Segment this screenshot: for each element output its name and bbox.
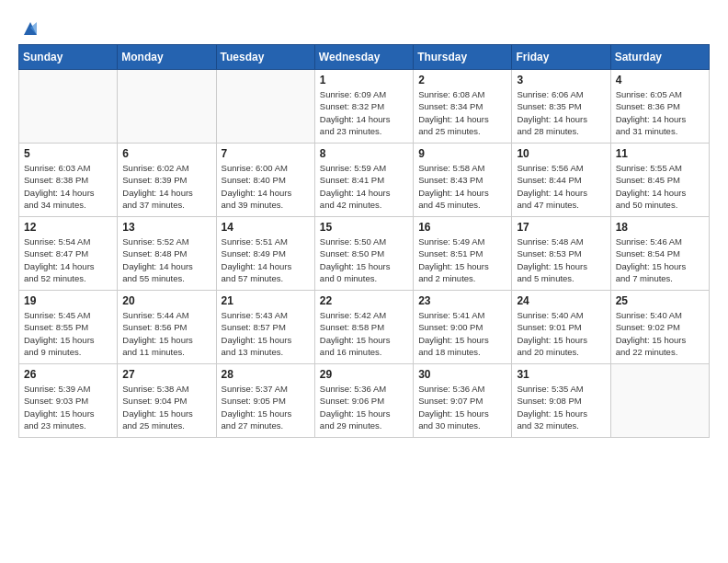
calendar-week-row: 1Sunrise: 6:09 AM Sunset: 8:32 PM Daylig… <box>19 70 710 144</box>
day-of-week-header: Wednesday <box>314 45 413 70</box>
calendar-day-cell: 29Sunrise: 5:36 AM Sunset: 9:06 PM Dayli… <box>314 364 413 438</box>
day-number: 1 <box>320 74 408 86</box>
logo <box>18 18 40 35</box>
day-number: 8 <box>320 147 408 160</box>
day-number: 18 <box>616 221 704 234</box>
calendar-day-cell: 11Sunrise: 5:55 AM Sunset: 8:45 PM Dayli… <box>610 144 709 217</box>
calendar-day-cell: 10Sunrise: 5:56 AM Sunset: 8:44 PM Dayli… <box>512 144 610 217</box>
calendar-day-cell: 7Sunrise: 6:00 AM Sunset: 8:40 PM Daylig… <box>216 144 314 217</box>
day-number: 27 <box>122 368 210 381</box>
calendar-day-cell: 23Sunrise: 5:41 AM Sunset: 9:00 PM Dayli… <box>414 291 512 364</box>
day-number: 22 <box>320 294 408 307</box>
calendar-day-cell <box>118 70 216 144</box>
day-number: 11 <box>616 147 704 160</box>
day-number: 26 <box>24 368 112 381</box>
day-number: 4 <box>616 74 704 86</box>
day-info: Sunrise: 5:41 AM Sunset: 9:00 PM Dayligh… <box>418 309 506 358</box>
day-info: Sunrise: 5:36 AM Sunset: 9:07 PM Dayligh… <box>418 383 506 431</box>
day-number: 21 <box>222 294 310 307</box>
day-number: 2 <box>418 74 506 86</box>
day-number: 23 <box>418 294 506 307</box>
day-number: 20 <box>122 294 210 307</box>
calendar-day-cell: 5Sunrise: 6:03 AM Sunset: 8:38 PM Daylig… <box>19 144 118 217</box>
calendar-day-cell: 2Sunrise: 6:08 AM Sunset: 8:34 PM Daylig… <box>414 70 512 144</box>
day-info: Sunrise: 5:55 AM Sunset: 8:45 PM Dayligh… <box>616 162 704 211</box>
calendar-day-cell: 24Sunrise: 5:40 AM Sunset: 9:01 PM Dayli… <box>512 291 610 364</box>
day-of-week-header: Sunday <box>19 45 118 70</box>
day-number: 17 <box>517 221 605 234</box>
day-info: Sunrise: 6:00 AM Sunset: 8:40 PM Dayligh… <box>222 162 310 211</box>
logo-icon <box>20 18 40 39</box>
day-number: 30 <box>418 368 506 381</box>
day-info: Sunrise: 5:50 AM Sunset: 8:50 PM Dayligh… <box>320 236 408 284</box>
calendar-day-cell: 26Sunrise: 5:39 AM Sunset: 9:03 PM Dayli… <box>19 364 118 438</box>
day-info: Sunrise: 5:46 AM Sunset: 8:54 PM Dayligh… <box>616 236 704 284</box>
calendar-day-cell: 9Sunrise: 5:58 AM Sunset: 8:43 PM Daylig… <box>414 144 512 217</box>
day-of-week-header: Friday <box>512 45 610 70</box>
calendar-week-row: 12Sunrise: 5:54 AM Sunset: 8:47 PM Dayli… <box>19 217 710 291</box>
calendar-table: SundayMondayTuesdayWednesdayThursdayFrid… <box>18 44 710 438</box>
day-info: Sunrise: 6:08 AM Sunset: 8:34 PM Dayligh… <box>418 88 506 137</box>
calendar-day-cell: 8Sunrise: 5:59 AM Sunset: 8:41 PM Daylig… <box>314 144 413 217</box>
calendar-week-row: 5Sunrise: 6:03 AM Sunset: 8:38 PM Daylig… <box>19 144 710 217</box>
calendar-day-cell: 16Sunrise: 5:49 AM Sunset: 8:51 PM Dayli… <box>414 217 512 291</box>
calendar-day-cell: 30Sunrise: 5:36 AM Sunset: 9:07 PM Dayli… <box>414 364 512 438</box>
day-of-week-header: Saturday <box>610 45 709 70</box>
day-number: 15 <box>320 221 408 234</box>
days-header-row: SundayMondayTuesdayWednesdayThursdayFrid… <box>19 45 710 70</box>
day-info: Sunrise: 5:54 AM Sunset: 8:47 PM Dayligh… <box>24 236 112 284</box>
day-info: Sunrise: 5:40 AM Sunset: 9:01 PM Dayligh… <box>517 309 605 358</box>
day-of-week-header: Monday <box>118 45 216 70</box>
day-number: 3 <box>517 74 605 86</box>
calendar-day-cell: 13Sunrise: 5:52 AM Sunset: 8:48 PM Dayli… <box>118 217 216 291</box>
day-number: 7 <box>222 147 310 160</box>
day-number: 25 <box>616 294 704 307</box>
day-info: Sunrise: 5:35 AM Sunset: 9:08 PM Dayligh… <box>517 383 605 431</box>
day-number: 12 <box>24 221 112 234</box>
day-info: Sunrise: 5:39 AM Sunset: 9:03 PM Dayligh… <box>24 383 112 431</box>
day-info: Sunrise: 5:38 AM Sunset: 9:04 PM Dayligh… <box>122 383 210 431</box>
calendar-day-cell: 20Sunrise: 5:44 AM Sunset: 8:56 PM Dayli… <box>118 291 216 364</box>
day-number: 14 <box>222 221 310 234</box>
day-of-week-header: Thursday <box>414 45 512 70</box>
day-info: Sunrise: 5:56 AM Sunset: 8:44 PM Dayligh… <box>517 162 605 211</box>
day-number: 19 <box>24 294 112 307</box>
day-info: Sunrise: 5:36 AM Sunset: 9:06 PM Dayligh… <box>320 383 408 431</box>
day-info: Sunrise: 5:42 AM Sunset: 8:58 PM Dayligh… <box>320 309 408 358</box>
calendar-day-cell <box>216 70 314 144</box>
day-info: Sunrise: 6:06 AM Sunset: 8:35 PM Dayligh… <box>517 88 605 137</box>
day-number: 31 <box>517 368 605 381</box>
day-info: Sunrise: 6:05 AM Sunset: 8:36 PM Dayligh… <box>616 88 704 137</box>
day-info: Sunrise: 5:52 AM Sunset: 8:48 PM Dayligh… <box>122 236 210 284</box>
day-info: Sunrise: 6:09 AM Sunset: 8:32 PM Dayligh… <box>320 88 408 137</box>
day-info: Sunrise: 5:37 AM Sunset: 9:05 PM Dayligh… <box>222 383 310 431</box>
day-number: 10 <box>517 147 605 160</box>
calendar-day-cell: 19Sunrise: 5:45 AM Sunset: 8:55 PM Dayli… <box>19 291 118 364</box>
calendar-day-cell: 31Sunrise: 5:35 AM Sunset: 9:08 PM Dayli… <box>512 364 610 438</box>
day-info: Sunrise: 5:51 AM Sunset: 8:49 PM Dayligh… <box>222 236 310 284</box>
calendar-day-cell: 14Sunrise: 5:51 AM Sunset: 8:49 PM Dayli… <box>216 217 314 291</box>
calendar-day-cell <box>610 364 709 438</box>
day-number: 16 <box>418 221 506 234</box>
calendar-week-row: 26Sunrise: 5:39 AM Sunset: 9:03 PM Dayli… <box>19 364 710 438</box>
calendar-day-cell: 18Sunrise: 5:46 AM Sunset: 8:54 PM Dayli… <box>610 217 709 291</box>
calendar-day-cell: 28Sunrise: 5:37 AM Sunset: 9:05 PM Dayli… <box>216 364 314 438</box>
day-info: Sunrise: 5:58 AM Sunset: 8:43 PM Dayligh… <box>418 162 506 211</box>
day-number: 13 <box>122 221 210 234</box>
day-number: 6 <box>122 147 210 160</box>
calendar-day-cell: 27Sunrise: 5:38 AM Sunset: 9:04 PM Dayli… <box>118 364 216 438</box>
calendar-day-cell: 12Sunrise: 5:54 AM Sunset: 8:47 PM Dayli… <box>19 217 118 291</box>
day-number: 9 <box>418 147 506 160</box>
day-number: 28 <box>222 368 310 381</box>
calendar-day-cell: 21Sunrise: 5:43 AM Sunset: 8:57 PM Dayli… <box>216 291 314 364</box>
day-info: Sunrise: 5:49 AM Sunset: 8:51 PM Dayligh… <box>418 236 506 284</box>
calendar-week-row: 19Sunrise: 5:45 AM Sunset: 8:55 PM Dayli… <box>19 291 710 364</box>
day-info: Sunrise: 5:40 AM Sunset: 9:02 PM Dayligh… <box>616 309 704 358</box>
calendar-day-cell: 25Sunrise: 5:40 AM Sunset: 9:02 PM Dayli… <box>610 291 709 364</box>
calendar-day-cell: 4Sunrise: 6:05 AM Sunset: 8:36 PM Daylig… <box>610 70 709 144</box>
calendar-day-cell: 6Sunrise: 6:02 AM Sunset: 8:39 PM Daylig… <box>118 144 216 217</box>
day-number: 29 <box>320 368 408 381</box>
day-info: Sunrise: 5:45 AM Sunset: 8:55 PM Dayligh… <box>24 309 112 358</box>
day-info: Sunrise: 6:02 AM Sunset: 8:39 PM Dayligh… <box>122 162 210 211</box>
day-info: Sunrise: 5:59 AM Sunset: 8:41 PM Dayligh… <box>320 162 408 211</box>
